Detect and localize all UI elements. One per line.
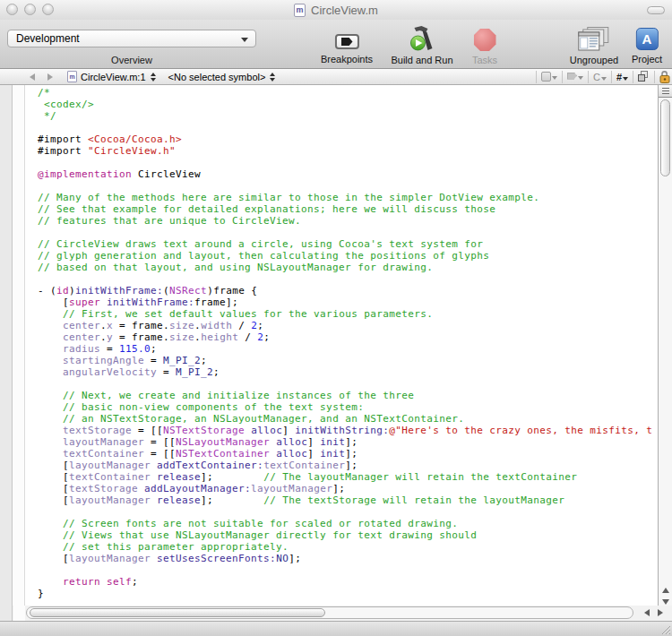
divider: [633, 71, 633, 83]
code-line: radius = 115.0;: [38, 343, 658, 355]
chevron-down-icon: [623, 77, 628, 81]
code-line: // features that are unique to CircleVie…: [38, 215, 658, 227]
counterpart-button[interactable]: [637, 71, 650, 82]
navbar-right-controls: C #: [532, 69, 671, 84]
divider: [588, 71, 589, 83]
chevron-down-icon: [241, 38, 248, 42]
split-editor-icon[interactable]: [659, 85, 672, 98]
window-bottom-bar: [0, 621, 672, 636]
code-line: <codex/>: [38, 99, 658, 110]
code-line: [38, 564, 658, 576]
overview-popup[interactable]: Development: [7, 30, 256, 47]
code-line: textStorage = [[NSTextStorage alloc] ini…: [38, 425, 658, 436]
breakpoints-button[interactable]: Breakpoints: [321, 34, 373, 64]
project-icon: A: [636, 28, 659, 50]
ungrouped-label: Ungrouped: [570, 55, 618, 65]
ribbon-corner: [13, 606, 25, 621]
code-line: - (id)initWithFrame:(NSRect)frame {: [38, 285, 658, 297]
ungrouped-button[interactable]: Ungrouped: [570, 27, 618, 65]
code-line: @implementation CircleView: [38, 168, 658, 180]
code-editor: /* <codex/> */#import <Cocoa/Cocoa.h>#im…: [0, 85, 672, 606]
file-popup-stepper[interactable]: [151, 73, 156, 82]
bookmarks-menu-button[interactable]: [540, 72, 558, 82]
code-line: [38, 506, 658, 518]
code-line: [layoutManager release]; // The textStor…: [38, 494, 658, 506]
code-line: startingAngle = M_PI_2;: [38, 355, 658, 366]
included-files-icon: [638, 71, 650, 82]
code-line: // Views that use NSLayoutManager direct…: [38, 529, 658, 541]
code-line: // Next, we create and initialize instan…: [38, 390, 658, 401]
chevron-down-icon: [601, 77, 607, 81]
class-hierarchy-menu-button[interactable]: C: [592, 72, 607, 82]
divider: [611, 71, 612, 83]
scroll-up-arrow[interactable]: [662, 588, 669, 593]
breakpoint-icon: [567, 73, 577, 80]
resize-grip-icon[interactable]: [659, 623, 671, 635]
toolbar: Development Overview Breakpoints Build a…: [0, 20, 672, 69]
code-area[interactable]: /* <codex/> */#import <Cocoa/Cocoa.h>#im…: [25, 85, 658, 606]
scroll-down-arrow[interactable]: [662, 599, 669, 605]
code-line: [38, 180, 658, 192]
overview-popup-value: Development: [16, 32, 80, 45]
code-line: // See that example for detailed explana…: [38, 203, 658, 215]
divider: [536, 71, 537, 83]
vertical-scroll-thumb[interactable]: [660, 99, 670, 176]
code-line: // set this parameter appropriately.: [38, 541, 658, 553]
breakpoints-menu-button[interactable]: [566, 73, 584, 82]
breakpoints-label: Breakpoints: [321, 54, 373, 64]
code-line: [38, 157, 658, 168]
scroll-right-arrow[interactable]: [658, 609, 663, 616]
minimize-button[interactable]: [24, 4, 36, 15]
overview-caption: Overview: [7, 55, 256, 65]
forward-arrow-icon[interactable]: [47, 73, 53, 81]
project-button[interactable]: A Project: [632, 28, 662, 64]
code-line: // based on that layout, and using NSLay…: [38, 262, 658, 273]
lock-icon: [659, 70, 670, 83]
zoom-button[interactable]: [42, 4, 54, 15]
navigation-bar: m CircleView.m:1 <No selected symbol> C: [0, 69, 672, 85]
toolbar-toggle-button[interactable]: [647, 6, 665, 14]
code-line: // CircleView draws text around a circle…: [38, 238, 658, 250]
symbol-popup[interactable]: <No selected symbol>: [168, 72, 266, 82]
code-line: // glyph generation and layout, then cal…: [38, 250, 658, 262]
code-line: [38, 227, 658, 238]
horizontal-scroll-track[interactable]: [26, 606, 633, 619]
document-icon: m: [294, 4, 306, 17]
horizontal-scroll-thumb[interactable]: [30, 608, 325, 617]
tasks-button: Tasks: [472, 29, 497, 65]
build-and-run-button[interactable]: Build and Run: [391, 25, 452, 65]
file-history-popup[interactable]: CircleView.m:1: [81, 72, 146, 82]
back-arrow-icon[interactable]: [30, 73, 35, 81]
code-line: #import <Cocoa/Cocoa.h>: [38, 133, 658, 145]
tasks-label: Tasks: [472, 55, 497, 65]
hammer-run-icon: [407, 25, 437, 52]
lock-button[interactable]: [659, 70, 671, 83]
stop-octagon-icon: [474, 29, 496, 51]
breakpoint-icon: [335, 34, 359, 49]
code-line: /*: [38, 87, 658, 99]
code-folding-ribbon[interactable]: [13, 85, 25, 606]
windows-stack-icon: [578, 27, 610, 51]
code-line: [38, 378, 658, 390]
breakpoint-gutter[interactable]: [0, 85, 13, 606]
traffic-lights: [6, 4, 54, 15]
code-line: // an NSTextStorage, an NSLayoutManager,…: [38, 413, 658, 425]
file-doc-icon: m: [67, 71, 77, 82]
scroll-left-arrow[interactable]: [644, 609, 650, 616]
vertical-scrollbar[interactable]: [658, 85, 672, 606]
title-bar[interactable]: m CircleView.m: [0, 0, 672, 20]
build-and-run-label: Build and Run: [391, 55, 452, 65]
code-line: [super initWithFrame:frame];: [38, 297, 658, 308]
code-line: // basic non-view components of the text…: [38, 401, 658, 413]
close-button[interactable]: [6, 4, 18, 15]
bookmark-icon: [541, 72, 551, 82]
code-line: // Many of the methods here are similar …: [38, 192, 658, 203]
gutter-corner: [0, 606, 13, 621]
project-label: Project: [632, 54, 662, 64]
line-number-menu-button[interactable]: #: [616, 72, 629, 82]
code-line: */: [38, 110, 658, 122]
horizontal-scrollbar[interactable]: [0, 606, 672, 621]
symbol-popup-stepper[interactable]: [270, 73, 275, 82]
chevron-down-icon: [552, 76, 557, 80]
code-line: #import "CircleView.h": [38, 145, 658, 157]
